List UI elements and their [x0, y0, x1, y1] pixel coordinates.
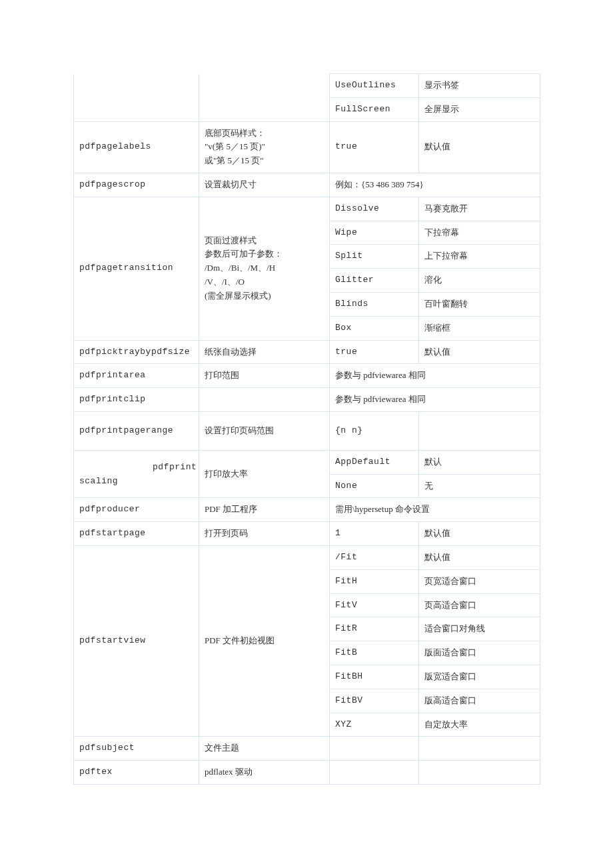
cell-value: Wipe: [330, 221, 419, 245]
table-row: pdfprintscaling 打印放大率 AppDefault 默认: [74, 450, 540, 474]
table-row: pdfprintclip 参数与 pdfviewarea 相同: [74, 388, 540, 412]
table-row: pdfprintpagerange 设置打印页码范围 {n n}: [74, 411, 540, 450]
cell-value: FitV: [330, 593, 419, 617]
cell-desc: 自定放大率: [419, 713, 540, 737]
cell-key: pdftex: [74, 761, 199, 785]
table-row: pdfproducer PDF 加工程序 需用\hypersetup 命令设置: [74, 498, 540, 522]
cell-key-text: pdfprintscaling: [79, 461, 197, 489]
cell-desc: 例如：{53 486 389 754}: [330, 173, 540, 197]
cell-key: pdfprintclip: [74, 388, 199, 412]
cell-key: pdfsubject: [74, 737, 199, 761]
cell-key: pdfstartpage: [74, 522, 199, 546]
cell-desc: 溶化: [419, 269, 540, 293]
table-row: pdfprintarea 打印范围 参数与 pdfviewarea 相同: [74, 364, 540, 388]
cell-desc: 文件主题: [199, 737, 330, 761]
cell-desc: 设置裁切尺寸: [199, 173, 330, 197]
cell-value: /Fit: [330, 545, 419, 569]
cell-desc: 显示书签: [419, 74, 540, 98]
cell-desc: [419, 737, 540, 761]
cell-desc: 需用\hypersetup 命令设置: [330, 498, 540, 522]
cell-desc: 百叶窗翻转: [419, 292, 540, 316]
cell-key: pdfpicktraybypdfsize: [74, 340, 199, 364]
cell-desc: 版宽适合窗口: [419, 665, 540, 689]
cell-desc: 默认值: [419, 340, 540, 364]
cell-value: FitB: [330, 641, 419, 665]
cell-value: UseOutlines: [330, 74, 419, 98]
cell-value: XYZ: [330, 713, 419, 737]
cell-desc: 默认值: [419, 522, 540, 546]
cell-desc: 页面过渡样式 参数后可加子参数： /Dm、/Bi、/M、/H /V、/I、/O …: [199, 197, 330, 340]
cell-value: Glitter: [330, 269, 419, 293]
table-row: pdfpicktraybypdfsize 纸张自动选择 true 默认值: [74, 340, 540, 364]
cell-desc: 设置打印页码范围: [199, 411, 330, 450]
cell-desc: 下拉帘幕: [419, 221, 540, 245]
cell-desc: 渐缩框: [419, 316, 540, 340]
cell-desc: 上下拉帘幕: [419, 245, 540, 269]
cell-value: Dissolve: [330, 197, 419, 221]
cell-value: 1: [330, 522, 419, 546]
cell-desc: [199, 388, 330, 412]
cell-value: [330, 737, 419, 761]
cell-desc: 打开到页码: [199, 522, 330, 546]
cell-key: pdfprintpagerange: [74, 411, 199, 450]
cell-key: pdfstartview: [74, 545, 199, 736]
table-row: UseOutlines 显示书签: [74, 74, 540, 98]
cell-desc: 底部页码样式： "v(第 5／15 页)" 或"第 5／15 页": [199, 121, 330, 173]
cell-desc: 无: [419, 474, 540, 498]
cell-value: FitBH: [330, 665, 419, 689]
table-row: pdfstartview PDF 文件初始视图 /Fit 默认值: [74, 545, 540, 569]
cell-desc: 适合窗口对角线: [419, 617, 540, 641]
cell-desc: 参数与 pdfviewarea 相同: [330, 388, 540, 412]
cell-desc: 默认: [419, 450, 540, 474]
cell-desc: 页宽适合窗口: [419, 569, 540, 593]
cell-desc: [419, 761, 540, 785]
cell-desc: PDF 加工程序: [199, 498, 330, 522]
cell-desc: 纸张自动选择: [199, 340, 330, 364]
cell-key: pdfpagetransition: [74, 197, 199, 340]
cell-value: Box: [330, 316, 419, 340]
cell-desc: 马赛克散开: [419, 197, 540, 221]
table-row: pdfpagescrop 设置裁切尺寸 例如：{53 486 389 754}: [74, 173, 540, 197]
cell-value: Split: [330, 245, 419, 269]
cell-value: [330, 761, 419, 785]
cell-value: FitR: [330, 617, 419, 641]
cell-desc: 参数与 pdfviewarea 相同: [330, 364, 540, 388]
cell-desc: 页高适合窗口: [419, 593, 540, 617]
cell-value: AppDefault: [330, 450, 419, 474]
table-row: pdfpagelabels 底部页码样式： "v(第 5／15 页)" 或"第 …: [74, 121, 540, 173]
cell-key: pdfpagelabels: [74, 121, 199, 173]
table-row: pdfsubject 文件主题: [74, 737, 540, 761]
cell-desc: 默认值: [419, 545, 540, 569]
cell-value: FitH: [330, 569, 419, 593]
cell-value: None: [330, 474, 419, 498]
cell-desc: [419, 411, 540, 450]
cell-value: {n n}: [330, 411, 419, 450]
cell-desc: 全屏显示: [419, 97, 540, 121]
cell-key: pdfpagescrop: [74, 173, 199, 197]
cell-value: true: [330, 121, 419, 173]
options-table: UseOutlines 显示书签 FullScreen 全屏显示 pdfpage…: [73, 73, 540, 785]
cell-value: true: [330, 340, 419, 364]
cell-desc: 打印范围: [199, 364, 330, 388]
cell-desc: 打印放大率: [199, 450, 330, 498]
table-row: pdfstartpage 打开到页码 1 默认值: [74, 522, 540, 546]
cell-desc: PDF 文件初始视图: [199, 545, 330, 736]
cell-key: pdfproducer: [74, 498, 199, 522]
page: UseOutlines 显示书签 FullScreen 全屏显示 pdfpage…: [0, 0, 613, 868]
cell-desc: pdflatex 驱动: [199, 761, 330, 785]
cell-key: pdfprintarea: [74, 364, 199, 388]
cell-desc: 版高适合窗口: [419, 689, 540, 713]
table-row: pdftex pdflatex 驱动: [74, 761, 540, 785]
table-row: pdfpagetransition 页面过渡样式 参数后可加子参数： /Dm、/…: [74, 197, 540, 221]
cell-desc: 默认值: [419, 121, 540, 173]
cell-desc: 版面适合窗口: [419, 641, 540, 665]
cell-value: Blinds: [330, 292, 419, 316]
cell-value: FitBV: [330, 689, 419, 713]
cell-key: pdfprintscaling: [74, 450, 199, 498]
cell-value: FullScreen: [330, 97, 419, 121]
